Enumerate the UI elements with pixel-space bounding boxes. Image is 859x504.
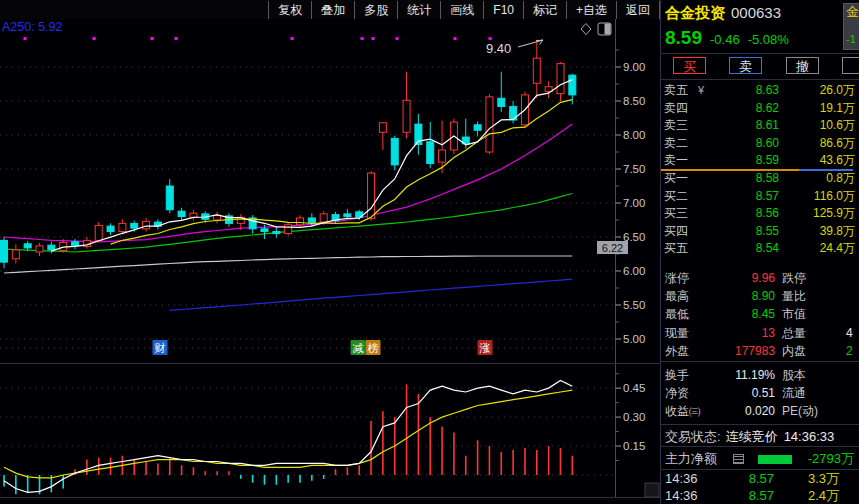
fin-label-2: 流通 <box>782 384 806 402</box>
ask-row[interactable]: 卖三8.6110.6万 <box>661 117 859 135</box>
candlestick-chart[interactable]: 财减榜涨9.008.508.007.507.006.506.005.505.00… <box>0 0 660 504</box>
stat-row: 现量13总量4 <box>661 324 859 342</box>
trading-status-label: 交易状态: <box>665 429 721 444</box>
candle-up <box>36 246 43 252</box>
ask-row[interactable]: 卖四8.6219.1万 <box>661 100 859 118</box>
stock-name: 合金投资 <box>665 4 725 21</box>
stat-value: 8.90 <box>752 287 775 305</box>
level-label: 卖一 <box>664 152 688 170</box>
stat-label: 外盘 <box>665 342 689 360</box>
trade-row: 14:368.573.3万 <box>661 471 859 488</box>
ask-row[interactable]: 卖一8.5943.6万 <box>661 152 859 170</box>
adjacent-tab-label: 金 <box>846 4 859 19</box>
stat-label-2: 市值 <box>782 305 806 323</box>
level-label: 买二 <box>664 188 688 206</box>
ask-row[interactable]: 卖五¥8.6326.0万 <box>661 82 859 100</box>
bid-row[interactable]: 买四8.5539.8万 <box>661 223 859 241</box>
trade-volume: 3.3万 <box>808 471 839 488</box>
event-dot <box>454 37 457 40</box>
level-price: 8.60 <box>756 135 779 153</box>
level-price: 8.55 <box>756 223 779 241</box>
level-volume: 0.8万 <box>826 170 855 188</box>
event-dot <box>372 37 375 40</box>
stat-label-2: 量比 <box>782 287 806 305</box>
candle-up <box>119 223 126 231</box>
candle-down <box>344 214 351 217</box>
divider <box>661 446 859 447</box>
y-axis-label: 5.50 <box>623 299 645 311</box>
event-dot <box>291 37 294 40</box>
trading-status: 交易状态:连续竞价14:36:33 <box>665 428 834 446</box>
candle-down <box>107 226 114 231</box>
event-dot <box>396 37 399 40</box>
bid-row[interactable]: 买一8.580.8万 <box>661 170 859 188</box>
level-volume: 19.1万 <box>820 100 855 118</box>
candle-up <box>403 100 410 132</box>
candle-up <box>143 221 150 228</box>
candle-up <box>368 173 375 219</box>
level-price: 8.54 <box>756 240 779 258</box>
stat-label: 现量 <box>665 324 689 342</box>
candle-up <box>439 150 446 162</box>
svg-text:6.22: 6.22 <box>602 242 623 254</box>
level-label: 卖四 <box>664 100 688 118</box>
level-price: 8.63 <box>756 82 779 100</box>
stat-value-2: 4 <box>846 324 853 342</box>
y-axis-label: 0.15 <box>623 440 645 452</box>
bid-row[interactable]: 买二8.57116.0万 <box>661 188 859 206</box>
adjacent-panel-tab[interactable]: 金 -1 <box>843 3 859 50</box>
corner-handle <box>645 483 659 497</box>
ask-row[interactable]: 卖二8.6086.6万 <box>661 135 859 153</box>
bid-row[interactable]: 买三8.56125.9万 <box>661 205 859 223</box>
detail-list-icon[interactable] <box>733 454 744 464</box>
candle-down <box>178 211 185 216</box>
y-axis-label: 8.50 <box>623 95 645 107</box>
event-badge: 榜 <box>366 340 381 355</box>
axis-badge: 6.22 <box>597 241 628 254</box>
fin-label: 换手 <box>665 366 689 384</box>
divider <box>661 361 859 362</box>
price-change: -0.46 <box>710 32 740 47</box>
trade-row: 14:368.572.4万 <box>661 488 859 504</box>
event-dot <box>489 37 492 40</box>
fin-value: 0.020 <box>745 402 775 420</box>
button-cut[interactable] <box>842 57 859 74</box>
stat-value-2: 2 <box>846 342 853 360</box>
price-line: 8.59-0.46-5.08% <box>665 27 789 51</box>
level-label: 买一 <box>664 170 688 188</box>
adjacent-tab-value: -1 <box>846 33 859 45</box>
divider <box>661 79 859 80</box>
stat-value: 9.96 <box>752 269 775 287</box>
bid-row[interactable]: 买五8.5424.4万 <box>661 240 859 258</box>
trade-price: 8.57 <box>749 471 774 488</box>
stat-label: 涨停 <box>665 269 689 287</box>
button-买[interactable]: 买 <box>673 57 706 74</box>
stat-label-2: 内盘 <box>782 342 806 360</box>
trading-status-value: 连续竞价 <box>726 429 778 444</box>
main-force-row[interactable]: 主力净额 -2793万 <box>661 449 859 469</box>
yen-marker: ¥ <box>698 82 704 100</box>
event-badge: 财 <box>153 340 168 355</box>
candle-down <box>569 75 576 95</box>
level-volume: 86.6万 <box>820 135 855 153</box>
y-axis-label: 0.30 <box>623 411 645 423</box>
candle-down <box>308 218 315 223</box>
y-axis-label: 7.00 <box>623 197 645 209</box>
candle-down <box>166 186 173 210</box>
financial-row: 净资0.51流通 <box>661 384 859 402</box>
stat-value: 13 <box>762 324 775 342</box>
level-volume: 39.8万 <box>820 223 855 241</box>
button-撤[interactable]: 撤 <box>786 57 819 74</box>
svg-text:9.40: 9.40 <box>486 41 511 56</box>
level-label: 卖二 <box>664 135 688 153</box>
stat-row: 涨停9.96跌停 <box>661 269 859 287</box>
svg-text:涨: 涨 <box>480 342 491 354</box>
button-卖[interactable]: 卖 <box>729 57 762 74</box>
y-axis-label: 7.50 <box>623 163 645 175</box>
event-dot <box>93 37 96 40</box>
stat-value: 8.45 <box>752 305 775 323</box>
trading-status-time: 14:36:33 <box>784 429 835 444</box>
candle-up <box>190 213 197 217</box>
stat-row: 外盘177983内盘2 <box>661 342 859 360</box>
svg-text:财: 财 <box>155 342 166 354</box>
